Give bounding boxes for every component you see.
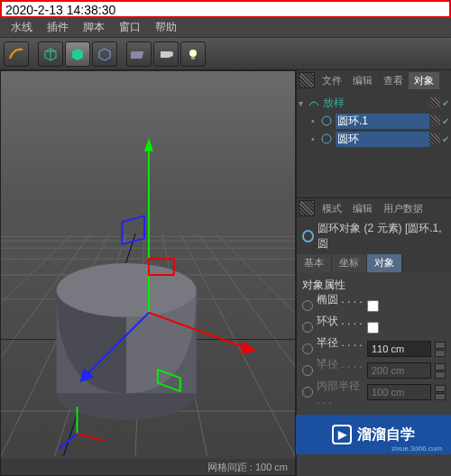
tool-floor-icon[interactable] [126,41,152,67]
svg-point-39 [322,116,331,125]
watermark-url: zixue.3d66.com [391,444,442,453]
attribute-manager-tabs: 模式 编辑 用户数据 [297,198,451,218]
tool-cube-solid-icon[interactable] [65,41,90,67]
tree-bullet-icon: • [311,134,320,144]
menu-plugins[interactable]: 插件 [40,18,76,37]
tree-row-circle1[interactable]: • 圆环.1 ✔ [299,112,449,130]
watermark: ▶ 溜溜自学 zixue.3d66.com [296,415,451,454]
radio-icon [302,387,313,398]
circle-icon [320,114,333,127]
panel-grip-icon[interactable] [299,200,315,216]
tool-sketch-icon[interactable] [4,41,29,67]
object-tree[interactable]: ▾ 放样 ✔ • 圆环.1 ✔ • 圆环 ✔ [297,90,451,198]
sweep-icon [308,96,320,109]
menu-window[interactable]: 窗口 [112,18,148,37]
svg-marker-28 [144,138,153,151]
inner-input: 100 cm [367,384,431,400]
menu-help[interactable]: 帮助 [148,18,184,37]
object-manager-tabs: 文件 编辑 查看 对象 [297,70,451,90]
tree-collapse-icon[interactable]: ▾ [299,98,308,108]
radius-spinner[interactable] [435,342,446,357]
attr-subtabs: 基本 坐标 对象 [297,254,451,272]
menu-script[interactable]: 脚本 [76,18,112,37]
radius2-input: 200 cm [367,362,431,379]
timestamp-text: 2020-2-13 14:38:30 [5,3,115,17]
subtab-coord[interactable]: 坐标 [332,254,367,272]
tree-label-circle1[interactable]: 圆环.1 [336,114,429,129]
cylinder-object [57,263,197,420]
svg-point-3 [189,50,197,57]
svg-point-2 [168,51,173,57]
circle-icon [320,133,333,145]
grid-spacing-label: 网格间距 : 100 cm [207,461,288,474]
tab-mode[interactable]: 模式 [317,200,347,217]
radius2-spinner [435,363,446,379]
svg-line-38 [60,434,78,449]
panel-grip-icon[interactable] [299,72,315,88]
radio-icon[interactable] [302,322,313,333]
tool-cube-icon[interactable] [38,41,63,67]
tree-row-circle2[interactable]: • 圆环 ✔ [299,130,449,148]
viewport-statusbar: 网格间距 : 100 cm [1,459,295,475]
tab-userdata[interactable]: 用户数据 [378,200,428,217]
tool-camera-icon[interactable] [153,41,179,67]
play-icon: ▶ [332,425,352,444]
ring-checkbox[interactable] [367,322,379,334]
tool-light-icon[interactable] [180,41,206,67]
tree-label-circle2[interactable]: 圆环 [336,132,429,147]
svg-marker-30 [241,342,256,354]
watermark-text: 溜溜自学 [357,426,415,444]
inner-spinner [435,385,446,400]
attr-section: 对象属性 椭圆 . . . . . . 环状 . . . . . . 半径 . … [297,272,451,407]
subtab-object[interactable]: 对象 [367,254,402,272]
svg-point-40 [322,134,331,143]
tab-edit[interactable]: 编辑 [347,72,378,89]
svg-point-26 [57,263,197,317]
tab-object[interactable]: 对象 [409,72,439,89]
tree-bullet-icon: • [311,116,320,126]
tree-visibility[interactable]: ✔ [429,115,449,126]
ellipse-checkbox[interactable] [367,300,379,312]
viewport-scene [1,71,295,475]
svg-rect-0 [131,51,143,59]
radio-icon[interactable] [302,300,313,311]
attr-title-text: 圆环对象 (2 元素) [圆环.1, 圆 [318,221,446,252]
circle-object-icon [302,230,314,243]
viewport-3d[interactable]: 网格间距 : 100 cm [0,70,296,476]
tab-file[interactable]: 文件 [317,72,347,89]
tree-label-sweep[interactable]: 放样 [323,96,429,111]
radio-icon[interactable] [302,343,313,354]
subtab-basic[interactable]: 基本 [297,254,332,272]
menu-waterline[interactable]: 水线 [4,18,40,37]
svg-line-21 [216,233,295,312]
attr-object-title: 圆环对象 (2 元素) [圆环.1, 圆 [297,218,451,254]
tree-visibility[interactable]: ✔ [429,133,449,144]
tab-attr-edit[interactable]: 编辑 [347,200,378,217]
radio-icon [302,365,313,376]
radius-input[interactable]: 110 cm [367,341,431,357]
attr-inner-label: 内部半径 . . . [317,379,364,407]
svg-rect-4 [191,57,195,60]
svg-line-37 [77,434,104,441]
attr-row-inner: 内部半径 . . . 100 cm [302,381,446,403]
menu-bar: 水线 插件 脚本 窗口 帮助 [0,18,451,38]
tree-visibility[interactable]: ✔ [429,97,449,108]
toolbar [0,38,451,70]
tool-primitive-icon[interactable] [92,41,117,67]
timestamp-bar: 2020-2-13 14:38:30 [0,0,451,18]
tab-view[interactable]: 查看 [378,72,409,89]
tree-row-sweep[interactable]: ▾ 放样 ✔ [299,94,449,112]
